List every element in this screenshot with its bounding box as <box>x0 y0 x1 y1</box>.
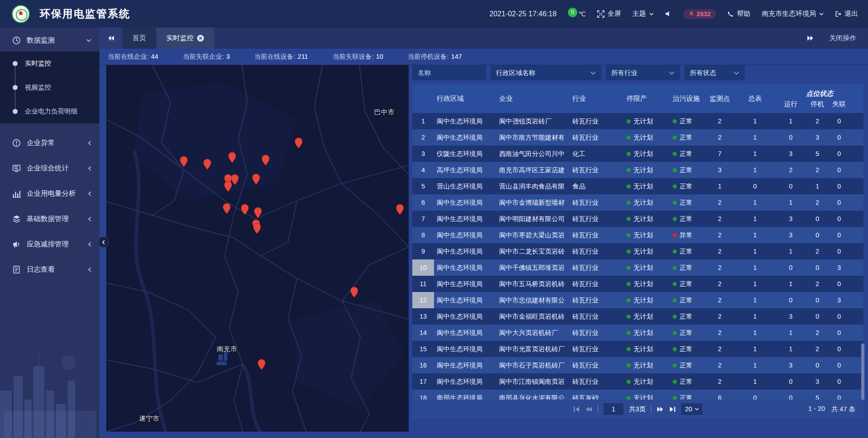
sidebar-item[interactable]: 视频监控 <box>0 75 99 99</box>
sidebar-group-6[interactable]: 日志查看 <box>0 257 99 282</box>
map-city-label: 南充市 <box>217 345 237 353</box>
logout-button[interactable]: 退出 <box>835 9 858 18</box>
cell-run: 0 <box>776 373 806 390</box>
name-search-input[interactable] <box>412 65 486 80</box>
cell-stop-status: 无计划 <box>624 227 670 243</box>
map-pin-icon[interactable] <box>254 207 262 218</box>
region-select[interactable]: 行政区域名称 <box>491 65 601 80</box>
fullscreen-icon <box>597 10 604 18</box>
cell-run: 3 <box>776 308 806 325</box>
table-row[interactable]: 14阆中生态环境局阆中大兴页岩机砖厂砖瓦行业无计划正常21120 <box>412 325 863 341</box>
sidebar-item[interactable]: 企业电力负荷明细 <box>0 99 99 123</box>
tab-list: 首页实时监控 <box>122 28 214 49</box>
cell-index: 17 <box>412 373 434 390</box>
cell-monitor: 2 <box>705 341 734 357</box>
table-row[interactable]: 16阆中生态环境局阆中市石子页岩机砖厂砖瓦行业无计划正常21300 <box>412 357 863 373</box>
tab-close-icon[interactable] <box>197 35 204 42</box>
page-size-select[interactable]: 20 <box>681 403 703 415</box>
status-dot-icon <box>627 201 631 205</box>
col-run: 运行 <box>776 99 806 113</box>
map[interactable]: 巴中市南充市遂宁市 <box>106 65 409 432</box>
map-pin-icon[interactable] <box>396 204 404 215</box>
app-title: 环保用电监管系统 <box>40 7 130 21</box>
cell-run: 0 <box>776 292 806 308</box>
map-pin-icon[interactable] <box>222 203 231 214</box>
status-dot-icon <box>673 347 677 351</box>
map-pin-icon[interactable] <box>294 137 303 149</box>
table-row[interactable]: 15阆中生态环境局阆中市光富页岩机砖厂砖瓦行业无计划正常21120 <box>412 341 863 357</box>
fullscreen-button[interactable]: 全屏 <box>597 9 621 18</box>
temperature-badge: 0 <box>568 8 577 17</box>
status-dot-icon <box>673 266 677 270</box>
table-row[interactable]: 17阆中生态环境局阆中市江南镇阆南页岩砖瓦行业无计划正常21030 <box>412 373 863 390</box>
col-monitor: 监测点 <box>705 84 734 113</box>
table-row[interactable]: 13阆中生态环境局阆中市金福旺页岩机砖砖瓦行业无计划正常21300 <box>412 308 863 325</box>
table-row[interactable]: 7阆中生态环境局阆中明阳建材有限公司砖瓦行业无计划正常21300 <box>412 211 863 227</box>
prev-page-button[interactable] <box>585 406 592 412</box>
map-pin-icon[interactable] <box>228 152 236 163</box>
cell-region: 阆中生态环境局 <box>434 292 496 308</box>
cell-run: 1 <box>776 243 806 259</box>
sidebar-group-1[interactable]: 企业异常 <box>0 130 99 155</box>
sidebar-group-0[interactable]: 数据监测 <box>0 29 99 52</box>
industry-select[interactable]: 所有行业 <box>606 65 680 80</box>
table-row[interactable]: 6阆中生态环境局阆中市金博瑞新型墙材砖瓦行业无计划正常21120 <box>412 194 863 211</box>
map-pin-icon[interactable] <box>252 174 260 185</box>
sidebar-item[interactable]: 实时监控 <box>0 52 99 75</box>
org-dropdown[interactable]: 南充市生态环境局 <box>762 9 824 18</box>
table-row[interactable]: 9阆中生态环境局阆中市二龙长宝页岩砖砖瓦行业无计划正常21120 <box>412 243 863 259</box>
table-row[interactable]: 1阆中生态环境局阆中强锐页岩砖厂砖瓦行业无计划正常21120 <box>412 113 863 129</box>
page-number-input[interactable] <box>604 403 623 415</box>
cell-industry: 砖瓦行业 <box>570 259 624 276</box>
help-button[interactable]: 帮助 <box>727 9 750 18</box>
table-row[interactable]: 2阆中生态环境局阆中市南方节能建材有砖瓦行业无计划正常21030 <box>412 129 863 146</box>
sidebar-group-3[interactable]: 企业用电量分析 <box>0 181 99 206</box>
cell-meter: 1 <box>734 357 776 373</box>
cell-company: 阆中市五马桥页岩机砖 <box>496 276 570 292</box>
table-row[interactable]: 18南部生态环境局南部县兴化水泥有限公砖瓦灰砂无计划正常60050 <box>412 390 863 400</box>
tab-0[interactable]: 首页 <box>123 28 156 49</box>
map-pin-icon[interactable] <box>179 156 188 167</box>
map-pin-icon[interactable] <box>257 359 266 370</box>
table-row[interactable]: 4高坪生态环境局南充市高坪区王家店建砖瓦行业无计划正常31220 <box>412 162 863 178</box>
cell-stopped: 2 <box>806 243 829 259</box>
cell-monitor: 2 <box>705 194 734 211</box>
map-pin-icon[interactable] <box>241 204 249 215</box>
tabs-scroll-right-button[interactable] <box>807 35 814 41</box>
map-pin-icon[interactable] <box>203 159 212 170</box>
cell-stopped: 0 <box>806 308 829 325</box>
cell-industry: 砖瓦行业 <box>570 194 624 211</box>
map-pin-icon[interactable] <box>350 287 359 298</box>
status-select[interactable]: 所有状态 <box>684 65 745 80</box>
theme-dropdown[interactable]: 主题 <box>632 9 654 18</box>
cell-industry: 砖瓦行业 <box>570 292 624 308</box>
table-row[interactable]: 3仪陇生态环境局西南油气田分公司川中化工无计划正常71350 <box>412 146 863 162</box>
scrollbar-thumb[interactable] <box>861 344 864 400</box>
cell-stopped: 2 <box>806 325 829 341</box>
cell-pollution-status: 正常 <box>670 259 705 276</box>
sidebar-group-2[interactable]: 企业综合统计 <box>0 155 99 181</box>
last-page-button[interactable] <box>669 406 676 412</box>
tab-1[interactable]: 实时监控 <box>156 28 214 49</box>
mute-button[interactable] <box>665 10 672 17</box>
cell-monitor: 2 <box>705 129 734 146</box>
table-row[interactable]: 10阆中生态环境局阆中千佛镇五郎垭页岩砖瓦行业无计划正常21003 <box>412 259 863 276</box>
next-page-button[interactable] <box>657 406 664 412</box>
map-pin-icon[interactable] <box>261 155 270 166</box>
table-row[interactable]: 12阆中生态环境局阆中市忠信建材有限公砖瓦行业无计划正常21003 <box>412 292 863 308</box>
cell-stopped: 0 <box>806 211 829 227</box>
notification-badge[interactable]: 2632 <box>683 9 716 19</box>
close-operations-button[interactable]: 关闭操作 <box>829 34 856 42</box>
map-pin-icon[interactable] <box>224 181 232 192</box>
chevron-left-icon <box>88 141 91 146</box>
cell-industry: 砖瓦行业 <box>570 162 624 178</box>
tabs-scroll-left-button[interactable] <box>99 28 122 49</box>
table-row[interactable]: 11阆中生态环境局阆中市五马桥页岩机砖砖瓦行业无计划正常21120 <box>412 276 863 292</box>
table-row[interactable]: 5营山生态环境局营山县润丰肉食品有限食品无计划正常10010 <box>412 178 863 194</box>
sidebar-group-5[interactable]: 应急减排管理 <box>0 231 99 257</box>
map-pin-icon[interactable] <box>253 223 261 234</box>
table-row[interactable]: 8阆中生态环境局阆中市枣碧大梁山页岩砖瓦行业无计划异常21300 <box>412 227 863 243</box>
chevron-down-icon <box>649 13 654 15</box>
first-page-button[interactable] <box>573 406 580 412</box>
sidebar-group-4[interactable]: 基础数据管理 <box>0 206 99 231</box>
